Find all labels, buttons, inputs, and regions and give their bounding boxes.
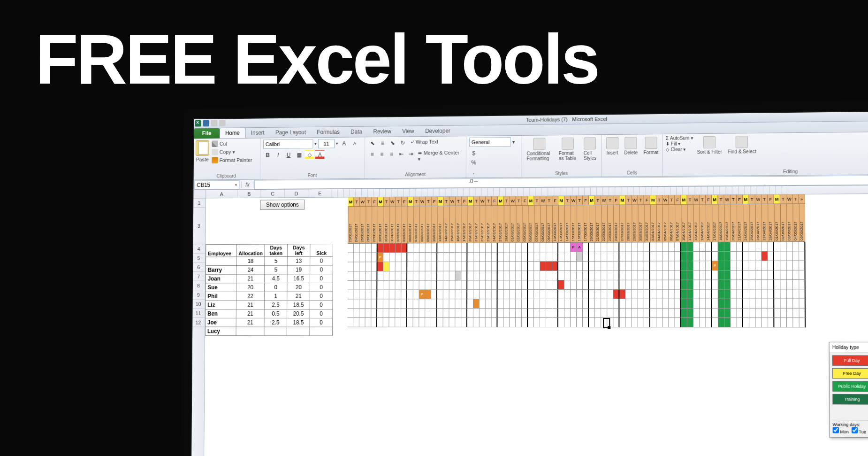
calendar-cell[interactable] bbox=[522, 271, 528, 280]
calendar-cell[interactable] bbox=[353, 299, 359, 309]
percent-icon[interactable]: % bbox=[469, 158, 479, 167]
worksheet[interactable]: ABCDE 13456789101112 Show options Employ… bbox=[190, 185, 868, 456]
format-painter-button[interactable]: Format Painter bbox=[211, 156, 253, 164]
calendar-cell[interactable] bbox=[455, 309, 461, 318]
row-header[interactable]: 11 bbox=[192, 309, 205, 318]
calendar-cell[interactable] bbox=[348, 290, 354, 300]
calendar-cell[interactable] bbox=[632, 290, 638, 299]
calendar-cell[interactable] bbox=[353, 281, 359, 290]
column-header[interactable] bbox=[585, 187, 591, 195]
table-cell[interactable] bbox=[236, 327, 264, 336]
calendar-cell[interactable] bbox=[662, 309, 669, 318]
calendar-cell[interactable] bbox=[762, 299, 768, 309]
calendar-cell[interactable] bbox=[389, 244, 396, 253]
column-header[interactable]: D bbox=[285, 189, 308, 197]
calendar-cell[interactable] bbox=[693, 290, 700, 299]
calendar-cell[interactable] bbox=[353, 318, 359, 327]
calendar-cell[interactable] bbox=[510, 299, 516, 309]
table-cell[interactable]: 0 bbox=[310, 309, 333, 318]
calendar-cell[interactable] bbox=[768, 309, 774, 318]
column-header[interactable]: E bbox=[308, 189, 332, 197]
table-row[interactable]: Lucy bbox=[206, 327, 333, 336]
calendar-cell[interactable] bbox=[473, 280, 480, 290]
calendar-cell[interactable] bbox=[365, 271, 372, 281]
calendar-cell[interactable] bbox=[516, 299, 522, 309]
tab-home[interactable]: Home bbox=[220, 127, 246, 138]
calendar-cell[interactable] bbox=[718, 290, 724, 299]
column-header[interactable] bbox=[440, 188, 446, 196]
column-header[interactable] bbox=[621, 187, 627, 195]
align-middle-icon[interactable]: ≡ bbox=[378, 139, 388, 148]
calendar-cell[interactable] bbox=[377, 318, 383, 327]
calendar-cell[interactable] bbox=[504, 271, 510, 280]
calendar-cell[interactable] bbox=[377, 290, 383, 300]
calendar-cell[interactable] bbox=[755, 299, 761, 309]
calendar-cell[interactable] bbox=[712, 299, 718, 309]
table-cell[interactable]: Phil bbox=[206, 292, 236, 301]
calendar-cell[interactable] bbox=[613, 243, 619, 252]
calendar-cell[interactable] bbox=[601, 252, 607, 262]
find-select-button[interactable]: Find & Select bbox=[726, 135, 758, 155]
column-header[interactable] bbox=[776, 186, 782, 194]
column-header[interactable] bbox=[362, 189, 368, 197]
table-cell[interactable]: 1 bbox=[265, 292, 288, 301]
calendar-cell[interactable] bbox=[395, 299, 401, 309]
calendar-cell[interactable] bbox=[456, 271, 462, 281]
calendar-cell[interactable] bbox=[407, 290, 413, 299]
calendar-cell[interactable] bbox=[528, 252, 534, 262]
calendar-cell[interactable] bbox=[473, 318, 480, 327]
table-row[interactable]: Joan214.516.50 bbox=[206, 274, 333, 283]
calendar-cell[interactable] bbox=[607, 271, 613, 280]
calendar-cell[interactable] bbox=[365, 262, 372, 271]
calendar-cell[interactable] bbox=[749, 309, 755, 318]
calendar-cell[interactable] bbox=[577, 299, 583, 309]
calendar-cell[interactable] bbox=[793, 280, 799, 289]
calendar-cell[interactable] bbox=[528, 309, 534, 318]
calendar-cell[interactable] bbox=[348, 244, 354, 253]
calendar-cell[interactable] bbox=[480, 309, 486, 318]
calendar-cell[interactable] bbox=[780, 289, 786, 299]
cell-styles-button[interactable]: Cell Styles bbox=[582, 136, 598, 162]
calendar-cell[interactable] bbox=[731, 280, 737, 289]
fill-button[interactable]: ⬇ Fill ▾ bbox=[666, 141, 693, 147]
calendar-cell[interactable] bbox=[583, 252, 589, 262]
column-header[interactable] bbox=[457, 188, 464, 196]
table-row[interactable]: Liz212.518.50 bbox=[206, 301, 333, 309]
column-header[interactable] bbox=[470, 188, 476, 196]
calendar-cell[interactable] bbox=[662, 280, 669, 290]
calendar-cell[interactable] bbox=[486, 290, 492, 299]
column-header[interactable] bbox=[373, 189, 380, 197]
calendar-cell[interactable] bbox=[449, 262, 456, 271]
table-cell[interactable]: 0 bbox=[310, 274, 333, 283]
calendar-cell[interactable] bbox=[437, 309, 443, 318]
calendar-cell[interactable] bbox=[571, 309, 577, 318]
calendar-cell[interactable] bbox=[461, 262, 467, 271]
calendar-cell[interactable] bbox=[706, 261, 712, 271]
cut-button[interactable]: Cut bbox=[211, 140, 253, 147]
calendar-cell[interactable] bbox=[372, 271, 378, 281]
undo-icon[interactable] bbox=[211, 120, 218, 126]
calendar-cell[interactable] bbox=[632, 299, 638, 309]
calendar-cell[interactable] bbox=[632, 262, 638, 271]
calendar-cell[interactable] bbox=[656, 252, 662, 261]
calendar-cell[interactable] bbox=[467, 318, 473, 327]
table-row[interactable]: Barry245190 bbox=[206, 265, 333, 274]
calendar-cell[interactable] bbox=[613, 280, 619, 290]
column-header[interactable] bbox=[646, 187, 652, 195]
calendar-cell[interactable] bbox=[706, 290, 712, 299]
calendar-cell[interactable] bbox=[768, 299, 774, 309]
calendar-cell[interactable] bbox=[675, 261, 681, 271]
calendar-cell[interactable] bbox=[577, 290, 583, 299]
column-header[interactable] bbox=[609, 187, 615, 195]
table-cell[interactable] bbox=[287, 327, 310, 336]
calendar-cell[interactable] bbox=[638, 299, 644, 309]
calendar-cell[interactable] bbox=[365, 253, 372, 262]
name-box[interactable]: CB15 bbox=[194, 180, 239, 189]
inc-decimal-icon[interactable]: .0→ bbox=[469, 177, 479, 186]
calendar-cell[interactable] bbox=[426, 253, 432, 262]
column-header[interactable] bbox=[536, 188, 542, 196]
calendar-cell[interactable] bbox=[731, 252, 737, 261]
calendar-cell[interactable] bbox=[564, 309, 571, 318]
calendar-cell[interactable] bbox=[780, 280, 786, 289]
column-header[interactable] bbox=[427, 188, 434, 196]
